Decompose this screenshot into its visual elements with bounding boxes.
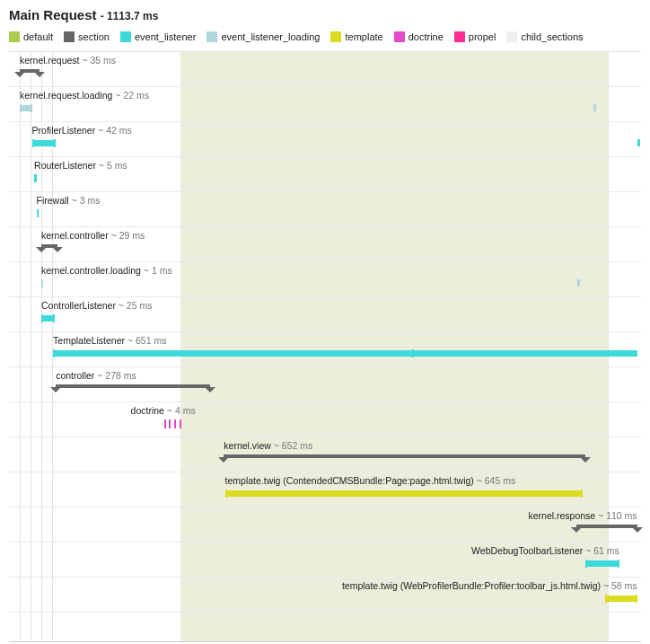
segment [41, 315, 55, 322]
timeline-row-label: RouterListener ~ 5 ms [34, 160, 127, 171]
doctrine-tick [164, 419, 166, 428]
timeline-row: kernel.view ~ 652 ms [9, 437, 641, 472]
timeline-row-label: kernel.controller ~ 29 ms [41, 230, 145, 241]
timeline-row: kernel.controller ~ 29 ms [9, 227, 641, 262]
timeline-row-label: kernel.response ~ 110 ms [528, 510, 637, 521]
timeline-row: doctrine ~ 4 ms [9, 402, 641, 437]
section-start-marker [14, 72, 25, 77]
segment-tick [593, 104, 596, 111]
timeline-row: kernel.controller.loading ~ 1 ms [9, 262, 641, 297]
section-start-marker [571, 527, 582, 533]
segment [225, 490, 583, 497]
doctrine-tick [180, 419, 181, 428]
legend-item-event_listener_loading: event_listener_loading [206, 31, 320, 42]
timeline-row: Firewall ~ 3 ms [9, 192, 641, 227]
legend-swatch-doctrine [394, 31, 405, 42]
segment-tick [637, 139, 640, 146]
timeline-chart: kernel.request ~ 35 mskernel.request.loa… [9, 51, 641, 642]
section-end-marker [52, 247, 63, 252]
timeline-row-label: ProfilerListener ~ 42 ms [32, 125, 132, 136]
timeline-row: RouterListener ~ 5 ms [9, 157, 641, 192]
segment-section [224, 454, 585, 458]
segment-tick [577, 279, 580, 287]
segment-section [576, 525, 637, 528]
section-end-marker [34, 72, 45, 77]
doctrine-tick [169, 419, 171, 428]
section-end-marker [205, 387, 215, 393]
legend-item-propel: propel [454, 31, 496, 42]
segment [147, 350, 637, 357]
timeline-row-label: WebDebugToolbarListener ~ 61 ms [471, 545, 619, 556]
timeline-row-label: kernel.request.loading ~ 22 ms [20, 90, 149, 101]
legend-item-section: section [64, 31, 110, 42]
legend-swatch-event_listener_loading [206, 31, 217, 42]
timeline-row: ControllerListener ~ 25 ms [9, 297, 641, 332]
timeline-row-label: kernel.controller.loading ~ 1 ms [41, 265, 172, 276]
legend-item-child_sections: child_sections [506, 31, 583, 42]
section-start-marker [50, 387, 61, 393]
timeline-row: kernel.response ~ 110 ms [9, 507, 641, 543]
timeline-row: template.twig (WebProfilerBundle:Profile… [9, 578, 641, 613]
timeline-row-label: kernel.view ~ 652 ms [224, 440, 312, 451]
segment [34, 175, 37, 181]
timeline-row: kernel.request ~ 35 ms [9, 52, 641, 87]
timeline-row: TemplateListener ~ 651 ms [9, 332, 641, 367]
timeline-row-label: template.twig (ContendedCMSBundle:Page:p… [225, 475, 516, 486]
legend-swatch-section [64, 31, 75, 42]
segment [605, 595, 637, 602]
timeline-row-label: kernel.request ~ 35 ms [20, 55, 116, 66]
section-start-marker [36, 247, 47, 252]
legend-swatch-event_listener [120, 31, 131, 42]
legend-item-doctrine: doctrine [394, 31, 444, 42]
timeline-row-label: doctrine ~ 4 ms [131, 405, 196, 416]
timeline-row-label: ControllerListener ~ 25 ms [41, 300, 152, 311]
segment [585, 560, 619, 567]
segment [37, 210, 39, 216]
segment [41, 280, 43, 287]
timeline-row-label: controller ~ 278 ms [56, 370, 136, 381]
legend-swatch-default [9, 31, 20, 42]
segment-section [56, 384, 210, 388]
timeline-row: kernel.request.loading ~ 22 ms [9, 87, 641, 122]
legend: defaultsectionevent_listenerevent_listen… [9, 31, 641, 42]
section-end-marker [580, 457, 591, 463]
timeline-row-label: Firewall ~ 3 ms [37, 195, 101, 206]
timeline-row-label: TemplateListener ~ 651 ms [53, 335, 166, 346]
legend-item-event_listener: event_listener [120, 31, 197, 42]
segment [32, 140, 56, 146]
timeline-row: WebDebugToolbarListener ~ 61 ms [9, 543, 641, 578]
section-start-marker [218, 457, 229, 463]
doctrine-tick [174, 419, 176, 428]
timeline-row: ProfilerListener ~ 42 ms [9, 122, 641, 157]
legend-swatch-propel [454, 31, 465, 42]
timeline-row-label: template.twig (WebProfilerBundle:Profile… [342, 580, 637, 591]
legend-item-default: default [9, 31, 53, 42]
segment [20, 105, 32, 111]
page-title: Main Request [9, 7, 97, 22]
timeline-row: controller ~ 278 ms [9, 367, 641, 402]
legend-swatch-template [330, 31, 341, 42]
timeline-row: template.twig (ContendedCMSBundle:Page:p… [9, 472, 641, 507]
legend-swatch-child_sections [506, 31, 517, 42]
page-title-time: - 1113.7 ms [101, 10, 159, 22]
legend-item-template: template [330, 31, 382, 42]
section-end-marker [632, 527, 643, 533]
